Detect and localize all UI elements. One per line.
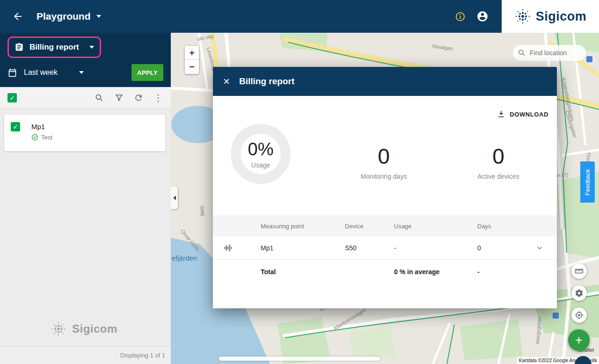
info-icon <box>455 11 466 22</box>
sidebar: Billing report Last week APPLY ⋮ <box>0 33 171 364</box>
select-all-checkbox[interactable] <box>7 93 17 102</box>
usage-donut: 0% Usage <box>231 124 310 204</box>
download-icon <box>497 110 505 118</box>
locate-me-button[interactable] <box>571 307 587 323</box>
download-button[interactable]: DOWNLOAD <box>497 110 548 118</box>
search-button[interactable] <box>94 93 104 103</box>
modal-header: × Billing report <box>213 67 557 96</box>
search-icon <box>95 93 104 102</box>
clipboard-icon <box>15 43 24 52</box>
kebab-icon: ⋮ <box>153 92 163 103</box>
monitoring-days-label: Monitoring days <box>337 173 431 180</box>
modal-body: DOWNLOAD 0% Usage 0 Monitoring days 0 Ac… <box>213 96 557 308</box>
col-measuring-point: Measuring point <box>254 223 338 230</box>
mp-status-label: Test <box>41 134 52 141</box>
sigicom-dots-icon <box>51 321 66 337</box>
chevron-down-icon <box>535 244 544 252</box>
list-toolbar: ⋮ <box>0 87 171 109</box>
table-row[interactable]: Mp1 S50 - 0 <box>213 237 557 260</box>
date-range-selector[interactable]: Last week <box>24 68 79 77</box>
measure-button[interactable] <box>571 263 587 279</box>
report-type-selector[interactable]: Billing report <box>7 36 101 58</box>
date-range-row: Last week APPLY <box>0 62 171 83</box>
mp-checkbox[interactable] <box>11 122 20 131</box>
sidebar-footer-brand: Sigicom <box>72 322 117 335</box>
account-icon <box>476 10 489 22</box>
find-location-input[interactable] <box>530 49 581 57</box>
brand-name: Sigicom <box>536 9 587 24</box>
row-usage: - <box>387 244 471 252</box>
more-options-button[interactable]: ⋮ <box>153 93 163 103</box>
brand-logo: Sigicom <box>502 0 599 33</box>
page-title[interactable]: Playground <box>37 11 91 22</box>
total-label: Total <box>254 268 338 276</box>
crosshair-icon <box>575 311 584 320</box>
sidebar-nav: Billing report Last week APPLY <box>0 33 171 87</box>
monitoring-days-stat: 0 Monitoring days <box>337 144 431 180</box>
col-usage: Usage <box>387 223 471 230</box>
chevron-down-icon[interactable] <box>96 15 101 18</box>
waveform-icon <box>223 243 233 253</box>
filter-icon <box>115 93 124 102</box>
chevron-down-icon[interactable] <box>79 71 84 74</box>
report-type-label: Billing report <box>29 43 84 52</box>
row-device: S50 <box>338 244 387 252</box>
col-days: Days <box>471 223 522 230</box>
modal-title: Billing report <box>239 76 294 87</box>
usage-value: 0% <box>248 139 274 160</box>
billing-table: Measuring point Device Usage Days Mp1 S5… <box>213 215 557 284</box>
active-devices-label: Active devices <box>452 173 545 180</box>
refresh-icon <box>134 93 143 102</box>
billing-report-modal: × Billing report DOWNLOAD 0% Usage 0 Mon… <box>213 67 557 308</box>
chevron-left-icon <box>173 196 176 200</box>
close-button[interactable]: × <box>223 76 230 87</box>
active-devices-stat: 0 Active devices <box>452 144 545 180</box>
usage-label: Usage <box>251 161 270 169</box>
topbar: Playground Sigicom <box>0 0 599 33</box>
sidebar-collapse-button[interactable] <box>171 187 178 209</box>
gear-icon <box>575 289 584 298</box>
apply-button[interactable]: APPLY <box>131 64 163 81</box>
find-location-search[interactable] <box>513 45 586 61</box>
row-days: 0 <box>471 244 522 252</box>
displaying-count: Displaying 1 of 1 <box>120 352 165 359</box>
total-days: - <box>471 268 522 276</box>
active-devices-value: 0 <box>452 144 545 169</box>
map-area: ots väg Levertinsgatan htsvägen Kristine… <box>171 33 599 364</box>
table-header-row: Measuring point Device Usage Days <box>213 215 557 237</box>
ruler-icon <box>575 267 584 276</box>
filter-button[interactable] <box>114 93 124 103</box>
sidebar-footer-logo: Sigicom <box>51 321 117 337</box>
map-settings-button[interactable] <box>571 285 587 301</box>
zoom-out-button[interactable]: − <box>185 60 199 74</box>
info-button[interactable] <box>454 10 466 22</box>
col-device: Device <box>338 223 387 230</box>
add-button[interactable]: + <box>568 329 590 351</box>
horizontal-scrollbar[interactable] <box>219 357 380 361</box>
mp-name: Mp1 <box>31 123 52 131</box>
arrow-left-icon <box>12 11 23 22</box>
zoom-in-button[interactable]: + <box>185 46 199 60</box>
back-button[interactable] <box>11 10 24 23</box>
measuring-point-card[interactable]: Mp1 Test <box>4 114 166 152</box>
total-usage: 0 % in average <box>387 268 471 276</box>
sidebar-statusbar: Displaying 1 of 1 <box>0 346 171 364</box>
calendar-icon <box>7 68 17 78</box>
account-button[interactable] <box>476 10 489 22</box>
download-label: DOWNLOAD <box>510 111 548 118</box>
sigicom-dots-icon <box>514 8 531 25</box>
zoom-control: + − <box>185 46 199 74</box>
table-total-row: Total 0 % in average - <box>213 260 557 284</box>
status-ok-icon <box>31 134 38 141</box>
refresh-button[interactable] <box>133 93 144 103</box>
feedback-button[interactable]: Feedback <box>580 161 595 203</box>
row-measuring-point: Mp1 <box>254 244 338 252</box>
monitoring-days-value: 0 <box>337 144 431 169</box>
expand-row-button[interactable] <box>533 241 546 255</box>
chevron-down-icon <box>89 46 94 49</box>
search-icon <box>518 49 526 57</box>
water-label: efjärden <box>172 254 197 262</box>
